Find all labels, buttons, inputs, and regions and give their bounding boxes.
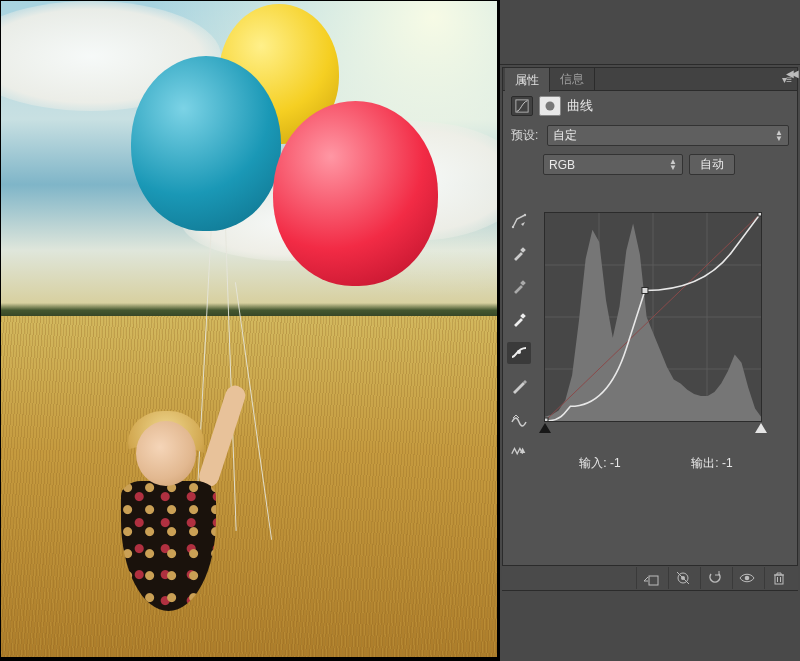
panel-tabbar: 属性 信息 ▾≡ — [503, 68, 797, 91]
input-value: -1 — [610, 456, 621, 470]
smooth-tool[interactable] — [507, 408, 531, 430]
trash-icon[interactable] — [764, 567, 792, 589]
pencil-curve-tool[interactable] — [507, 375, 531, 397]
preset-label: 预设: — [511, 127, 541, 144]
tab-properties[interactable]: 属性 — [505, 67, 550, 92]
collapse-panel-icon[interactable]: ◀◀ — [786, 68, 796, 79]
eyedropper-gray-tool[interactable] — [507, 276, 531, 298]
input-output-readout: 输入: -1 输出: -1 — [544, 455, 768, 472]
channel-value: RGB — [549, 158, 575, 172]
svg-rect-15 — [545, 418, 548, 421]
output-value: -1 — [722, 456, 733, 470]
curve-point-tool[interactable] — [507, 342, 531, 364]
svg-point-2 — [512, 226, 514, 228]
visibility-icon[interactable] — [732, 567, 760, 589]
tab-info[interactable]: 信息 — [550, 67, 595, 91]
properties-panel-group: ◀◀ 属性 信息 ▾≡ 曲线 预设: 自定 ▲▼ RGB — [500, 0, 800, 661]
eyedropper-white-tool[interactable] — [507, 309, 531, 331]
white-point-handle[interactable] — [755, 423, 767, 433]
chevron-updown-icon: ▲▼ — [669, 159, 677, 171]
svg-point-21 — [744, 576, 749, 581]
panel-footer — [502, 565, 798, 591]
curves-adjustment-icon — [511, 96, 533, 116]
view-previous-icon[interactable] — [668, 567, 696, 589]
curves-graph[interactable] — [544, 212, 768, 440]
clip-to-layer-icon[interactable] — [636, 567, 664, 589]
preset-dropdown[interactable]: 自定 ▲▼ — [547, 125, 789, 146]
input-label: 输入: — [579, 456, 606, 470]
svg-point-1 — [546, 102, 555, 111]
auto-button[interactable]: 自动 — [689, 154, 735, 175]
properties-panel: 属性 信息 ▾≡ 曲线 预设: 自定 ▲▼ RGB ▲▼ 自动 — [502, 67, 798, 590]
black-point-handle[interactable] — [539, 423, 551, 433]
svg-rect-16 — [642, 287, 648, 293]
output-label: 输出: — [691, 456, 718, 470]
curve-tools — [507, 210, 531, 463]
adjustment-title: 曲线 — [567, 97, 593, 115]
svg-point-3 — [524, 214, 526, 216]
svg-rect-18 — [649, 576, 658, 585]
target-adjust-tool[interactable] — [507, 210, 531, 232]
eyedropper-black-tool[interactable] — [507, 243, 531, 265]
svg-rect-22 — [775, 575, 783, 584]
black-white-slider[interactable] — [545, 423, 761, 433]
reset-icon[interactable] — [700, 567, 728, 589]
svg-point-7 — [517, 350, 521, 354]
channel-dropdown[interactable]: RGB ▲▼ — [543, 154, 683, 175]
svg-rect-17 — [758, 213, 761, 216]
chevron-updown-icon: ▲▼ — [775, 130, 783, 142]
preset-value: 自定 — [553, 127, 577, 144]
canvas-image[interactable] — [0, 0, 498, 658]
layer-mask-thumbnail[interactable] — [539, 96, 561, 116]
clip-warning-tool[interactable] — [507, 441, 531, 463]
